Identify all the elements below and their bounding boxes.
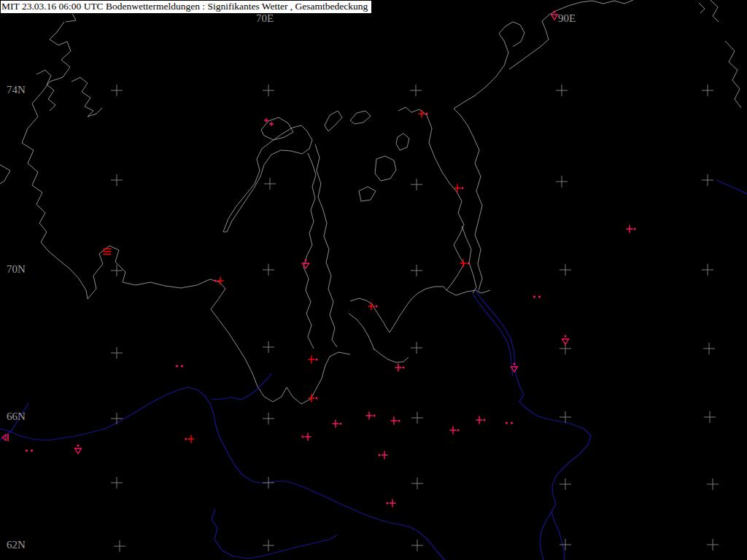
weather-map [0,0,747,560]
grid-cross [411,342,422,354]
coastline [0,165,10,184]
weather-symbol-snow [302,433,311,441]
coastline [303,153,316,349]
grid-cross [703,343,715,354]
weather-symbol-snow [450,427,460,435]
longitude-label: 70E [256,12,274,25]
weather-symbol-snow [185,435,195,443]
grid-cross [263,264,274,276]
coastline [350,287,446,332]
grid-cross [111,174,123,186]
river [716,180,747,194]
grid-cross [560,478,571,490]
coastline [454,109,482,220]
coastline [349,314,374,350]
grid-cross [702,264,713,276]
coastline [71,77,102,117]
coastline [454,22,525,109]
grid-cross [111,477,123,489]
weather-symbol-rain [506,421,513,424]
coastline [375,156,396,181]
coastline [374,349,409,362]
river [212,509,337,559]
grid-cross [263,85,274,96]
grid-cross [111,413,123,424]
grid-cross [264,178,276,190]
coastline [475,220,482,290]
grid-cross [702,85,713,96]
coastline [315,144,337,347]
grid-cross [111,85,123,96]
coastline [325,111,342,131]
weather-symbol-snow [627,225,636,233]
weather-symbol-snow [368,303,378,311]
weather-symbol-snow [309,356,318,364]
coastline [725,41,741,108]
grid-cross [411,412,423,424]
latitude-label: 62N [7,539,26,551]
coastline [396,133,409,150]
coastline [446,290,490,295]
weather-symbol-snow [395,364,405,372]
grid-cross [111,347,123,359]
grid-cross [114,540,125,552]
grid-cross [111,265,123,276]
weather-symbol-snow [391,417,400,425]
weather-symbol-snow [333,420,342,428]
map-title: MIT 23.03.16 06:00 UTC Bodenwettermeldun… [1,1,368,12]
grid-cross [707,478,719,490]
grid-cross [560,411,571,423]
coastline [711,0,719,22]
latitude-label: 66N [7,411,26,423]
weather-symbol-snow [476,416,486,424]
coastline [88,246,350,404]
weather-symbol-rain [176,365,183,367]
river [473,294,513,376]
river [0,387,445,560]
coastline [509,0,633,69]
coastline [350,111,371,124]
map-canvas: MIT 23.03.16 06:00 UTC Bodenwettermeldun… [0,0,747,560]
grid-cross [411,478,423,489]
coastline [462,226,476,293]
weather-symbol-snow [419,110,428,118]
grid-cross [263,540,274,551]
coastline [36,70,55,111]
grid-cross [411,179,422,190]
grid-cross [704,411,716,423]
grid-cross [263,341,274,353]
coastline [359,187,376,201]
grid-cross [707,539,719,551]
coastline [699,3,705,13]
longitude-label: 90E [558,12,576,25]
coastline [427,115,464,290]
weather-symbol-snow [387,499,396,508]
grid-cross [702,174,713,186]
weather-symbol-shower [551,11,558,20]
weather-symbol-snow [366,412,376,420]
weather-symbol-shower [75,445,82,454]
weather-symbol-snow [379,451,388,459]
grid-cross [411,540,423,551]
coastline [223,125,312,232]
latitude-label: 70N [7,263,26,276]
grid-cross [556,176,568,187]
grid-cross [263,413,274,424]
grid-cross [410,85,422,96]
grid-cross [560,264,571,276]
river [212,373,271,400]
grid-cross [263,477,274,489]
river [476,290,591,560]
weather-symbol-snow [460,260,470,268]
river [540,512,551,560]
weather-symbol-rain [26,449,33,451]
weather-symbol-rain [533,295,541,298]
latitude-label: 74N [7,84,26,96]
grid-cross [556,85,568,96]
weather-symbol-snow [214,277,224,285]
title-bar: MIT 23.03.16 06:00 UTC Bodenwettermeldun… [0,0,372,14]
grid-cross [411,265,422,276]
coastline [22,22,88,299]
